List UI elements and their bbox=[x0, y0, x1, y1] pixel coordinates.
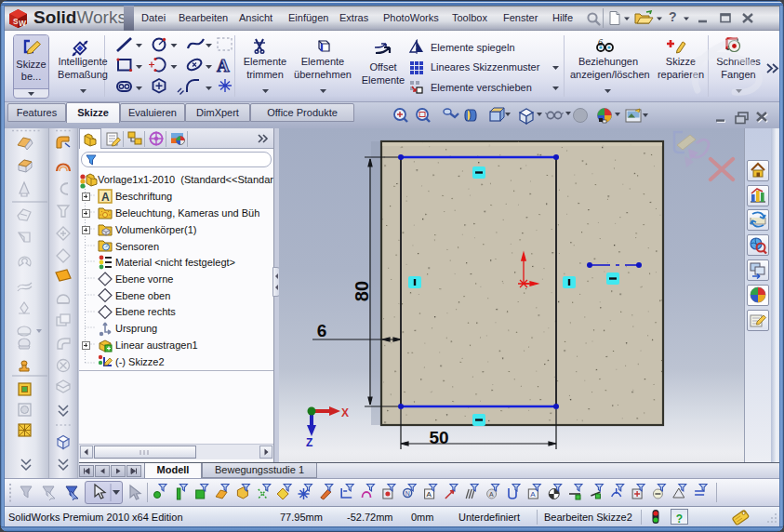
svg-text:X: X bbox=[341, 406, 349, 419]
svg-text:A: A bbox=[427, 490, 432, 499]
svg-text:A: A bbox=[101, 191, 110, 204]
svg-text:50: 50 bbox=[429, 428, 448, 447]
svg-text:A: A bbox=[489, 491, 494, 498]
svg-text:Z: Z bbox=[306, 436, 312, 449]
svg-text:6: 6 bbox=[317, 321, 327, 340]
svg-text:N: N bbox=[405, 490, 410, 497]
svg-text:W: W bbox=[19, 19, 27, 28]
svg-text:6: 6 bbox=[598, 37, 603, 47]
svg-text:80: 80 bbox=[352, 281, 372, 301]
svg-text:A: A bbox=[530, 490, 536, 499]
